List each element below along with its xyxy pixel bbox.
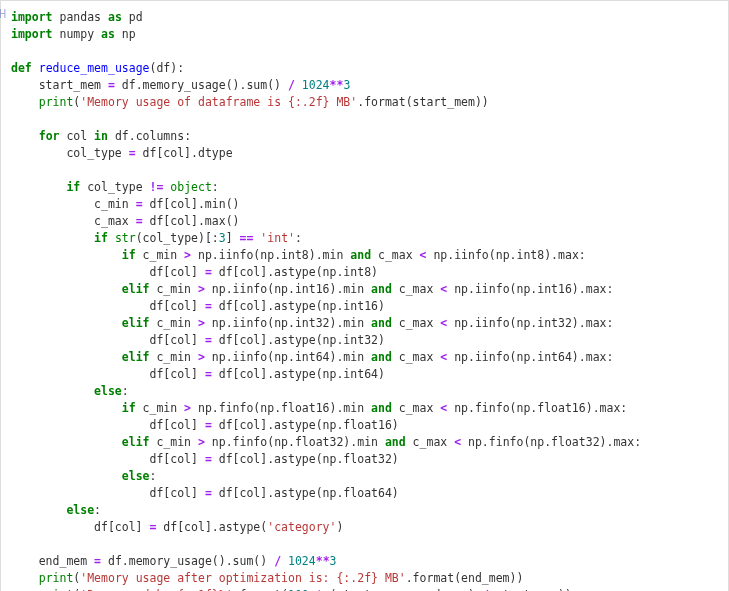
indent — [11, 95, 39, 109]
op: = — [205, 452, 212, 466]
code-text: np.iinfo(np.int16).min — [205, 282, 371, 296]
op: > — [198, 350, 205, 364]
code-text: col_type — [80, 180, 149, 194]
code-text: c_min — [149, 350, 197, 364]
string: 'int' — [260, 231, 295, 245]
builtin-print: print — [39, 95, 74, 109]
op: > — [184, 248, 191, 262]
keyword-as: as — [108, 10, 122, 24]
op: ** — [316, 554, 330, 568]
keyword-else: else — [66, 503, 94, 517]
code-block: import pandas as pd import numpy as np d… — [11, 9, 718, 591]
function-name: reduce_mem_usage — [39, 61, 150, 75]
code-text: c_max — [392, 282, 440, 296]
code-text: c_max — [371, 248, 419, 262]
code-text: col_type — [11, 146, 129, 160]
number: 1024 — [288, 554, 316, 568]
op: = — [108, 78, 115, 92]
code-text: ] — [226, 231, 240, 245]
colon: : — [94, 503, 101, 517]
code-text: c_max — [11, 214, 136, 228]
code-text: df[col] — [11, 520, 149, 534]
code-text: np.iinfo(np.int32).min — [205, 316, 371, 330]
keyword-import: import — [11, 10, 53, 24]
code-text: df[col] — [11, 333, 205, 347]
code-text: c_max — [392, 401, 440, 415]
number: 3 — [330, 554, 337, 568]
keyword-elif: elif — [122, 282, 150, 296]
keyword-as: as — [101, 27, 115, 41]
paren: ) — [336, 520, 343, 534]
code-text: df[col].astype(np.float16) — [212, 418, 399, 432]
code-text: df[col].min() — [143, 197, 240, 211]
keyword-else: else — [94, 384, 122, 398]
params: (df): — [150, 61, 185, 75]
builtin-str: str — [115, 231, 136, 245]
op: > — [198, 435, 205, 449]
keyword-if: if — [122, 401, 136, 415]
code-text: df[col] — [11, 265, 205, 279]
code-text: df[col].astype( — [156, 520, 267, 534]
code-text: df[col] — [11, 418, 205, 432]
code-text: c_min — [149, 316, 197, 330]
code-cell: H import pandas as pd import numpy as np… — [0, 0, 729, 591]
string: 'category' — [267, 520, 336, 534]
keyword-for: for — [39, 129, 60, 143]
code-text: np.iinfo(np.int64).min — [205, 350, 371, 364]
op: > — [198, 316, 205, 330]
code-text: df[col] — [11, 452, 205, 466]
code-text: c_max — [406, 435, 454, 449]
code-text: c_min — [136, 248, 184, 262]
keyword-and: and — [371, 282, 392, 296]
code-text: c_min — [136, 401, 184, 415]
code-text: df[col] — [11, 486, 205, 500]
keyword-if: if — [94, 231, 108, 245]
code-text: np.finfo(np.float16).min — [191, 401, 371, 415]
code-text: c_min — [149, 435, 197, 449]
op: = — [205, 265, 212, 279]
keyword-if: if — [66, 180, 80, 194]
keyword-else: else — [122, 469, 150, 483]
op: = — [205, 299, 212, 313]
keyword-elif: elif — [122, 316, 150, 330]
code-text: df.memory_usage().sum() — [101, 554, 274, 568]
code-text: np.finfo(np.float32).max: — [461, 435, 641, 449]
code-text: df[col].astype(np.int16) — [212, 299, 385, 313]
module-name: numpy — [59, 27, 94, 41]
string: 'Memory usage after optimization is: {:.… — [80, 571, 405, 585]
space — [295, 78, 302, 92]
code-text: c_max — [392, 350, 440, 364]
op: = — [129, 146, 136, 160]
builtin-print: print — [39, 571, 74, 585]
code-text: start_mem — [11, 78, 108, 92]
code-text: df[col].astype(np.float64) — [212, 486, 399, 500]
code-text: np.iinfo(np.int8).min — [191, 248, 350, 262]
keyword-and: and — [371, 350, 392, 364]
keyword-and: and — [371, 316, 392, 330]
op: != — [150, 180, 164, 194]
keyword-and: and — [350, 248, 371, 262]
op: > — [184, 401, 191, 415]
op: = — [205, 333, 212, 347]
op: = — [205, 418, 212, 432]
builtin-object: object — [170, 180, 212, 194]
op: = — [136, 214, 143, 228]
colon: : — [295, 231, 302, 245]
code-text: np.iinfo(np.int64).max: — [447, 350, 613, 364]
string: 'Memory usage of dataframe is {:.2f} MB' — [80, 95, 357, 109]
code-text: df[col].dtype — [136, 146, 233, 160]
space — [108, 231, 115, 245]
number: 3 — [219, 231, 226, 245]
keyword-and: and — [371, 401, 392, 415]
number: 1024 — [302, 78, 330, 92]
code-text: c_min — [11, 197, 136, 211]
code-text: np.iinfo(np.int8).max: — [426, 248, 585, 262]
keyword-if: if — [122, 248, 136, 262]
code-text: df[col].astype(np.int8) — [212, 265, 378, 279]
code-text: df[col] — [11, 367, 205, 381]
code-text: df[col].astype(np.int64) — [212, 367, 385, 381]
keyword-in: in — [94, 129, 108, 143]
module-name: pandas — [59, 10, 101, 24]
code-text: np.finfo(np.float16).max: — [447, 401, 627, 415]
op: = — [94, 554, 101, 568]
